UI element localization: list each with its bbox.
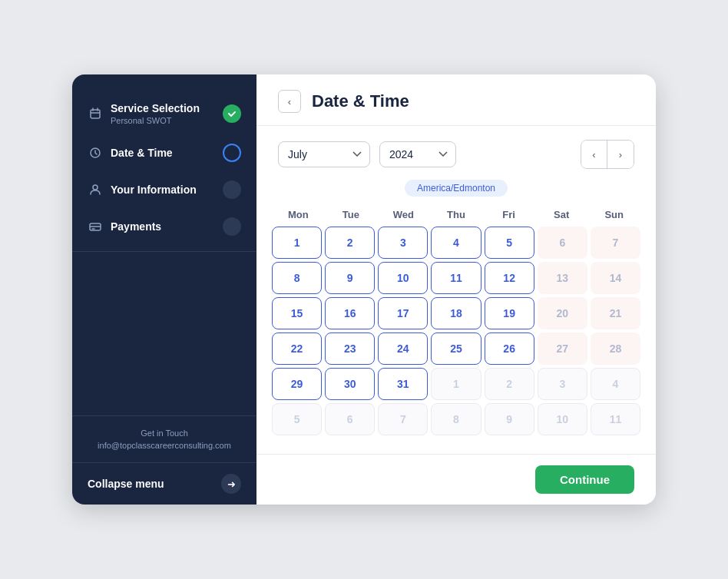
active-badge — [223, 144, 241, 162]
calendar-day: 27 — [538, 333, 587, 365]
person-icon — [88, 182, 103, 197]
calendar-day: 20 — [538, 297, 587, 329]
calendar-controls: JanuaryFebruaryMarch AprilMayJune JulyAu… — [256, 126, 656, 175]
calendar-day[interactable]: 8 — [272, 262, 322, 294]
calendar-day[interactable]: 31 — [378, 368, 428, 400]
calendar-day: 11 — [591, 403, 640, 435]
sidebar: Service Selection Personal SWOT Date & T… — [72, 74, 256, 505]
calendar-day[interactable]: 22 — [272, 333, 322, 365]
calendar-day[interactable]: 19 — [485, 297, 534, 329]
calendar-day: 1 — [431, 368, 481, 400]
year-select[interactable]: 202320242025 — [379, 141, 456, 167]
main-header: ‹ Date & Time — [256, 74, 656, 126]
prev-month-button[interactable]: ‹ — [581, 141, 607, 168]
timezone-row: America/Edmonton — [256, 175, 656, 200]
calendar-day: 3 — [538, 368, 587, 400]
timezone-badge: America/Edmonton — [405, 180, 508, 197]
calendar-day[interactable]: 1 — [272, 227, 322, 259]
calendar-day[interactable]: 25 — [431, 333, 481, 365]
calendar-icon — [88, 106, 103, 121]
calendar-day: 21 — [591, 297, 640, 329]
next-month-button[interactable]: › — [607, 141, 634, 168]
calendar-day: 14 — [591, 262, 640, 294]
svg-rect-0 — [91, 110, 100, 118]
weekday-header: Sat — [535, 209, 588, 220]
calendar-day[interactable]: 3 — [378, 227, 428, 259]
app-container: Service Selection Personal SWOT Date & T… — [72, 74, 656, 505]
calendar-day: 2 — [485, 368, 534, 400]
sidebar-item-label: Service Selection — [111, 102, 223, 114]
calendar-day: 10 — [538, 403, 587, 435]
calendar-day[interactable]: 24 — [378, 333, 428, 365]
calendar-day[interactable]: 9 — [325, 262, 375, 294]
inactive-badge — [223, 217, 241, 236]
sidebar-item-label: Payments — [111, 220, 223, 233]
sidebar-item-your-information[interactable]: Your Information — [72, 171, 256, 208]
collapse-label: Collapse menu — [88, 478, 164, 490]
calendar-grid: 1234567891011121314151617181920212223242… — [272, 227, 640, 435]
weekday-header: Sun — [587, 209, 640, 220]
weekday-header: Wed — [377, 209, 430, 220]
contact-email: info@topclasscareerconsulting.com — [88, 441, 241, 450]
check-badge — [223, 104, 241, 123]
main-footer: Continue — [256, 454, 656, 505]
page-title: Date & Time — [312, 91, 409, 111]
calendar-day: 5 — [272, 403, 322, 435]
continue-button[interactable]: Continue — [535, 465, 634, 494]
card-icon — [88, 219, 103, 234]
calendar-day[interactable]: 11 — [431, 262, 481, 294]
calendar-day[interactable]: 10 — [378, 262, 428, 294]
sidebar-item-label: Your Information — [111, 184, 223, 196]
inactive-badge — [223, 180, 241, 199]
calendar-day: 6 — [325, 403, 375, 435]
calendar-day: 6 — [538, 227, 587, 259]
weekday-header: Mon — [272, 209, 325, 220]
sidebar-item-sub: Personal SWOT — [111, 116, 223, 125]
month-select[interactable]: JanuaryFebruaryMarch AprilMayJune JulyAu… — [278, 141, 370, 167]
weekday-header: Fri — [482, 209, 535, 220]
calendar-day[interactable]: 16 — [325, 297, 375, 329]
calendar-day[interactable]: 4 — [431, 227, 481, 259]
svg-point-2 — [93, 185, 98, 190]
clock-icon — [88, 145, 103, 160]
calendar-day[interactable]: 17 — [378, 297, 428, 329]
calendar-day[interactable]: 15 — [272, 297, 322, 329]
main-panel: ‹ Date & Time JanuaryFebruaryMarch April… — [256, 74, 656, 505]
calendar-day[interactable]: 2 — [325, 227, 375, 259]
sidebar-item-date-time[interactable]: Date & Time — [72, 134, 256, 171]
back-button[interactable]: ‹ — [278, 90, 301, 113]
calendar-day: 7 — [591, 227, 640, 259]
calendar-day: 4 — [591, 368, 640, 400]
sidebar-item-service-selection[interactable]: Service Selection Personal SWOT — [72, 93, 256, 134]
calendar-day[interactable]: 5 — [485, 227, 534, 259]
weekday-header: Tue — [325, 209, 378, 220]
calendar-day: 9 — [485, 403, 534, 435]
calendar-day: 28 — [591, 333, 640, 365]
calendar-header: MonTueWedThuFriSatSun — [272, 203, 640, 227]
calendar-day[interactable]: 29 — [272, 368, 322, 400]
calendar-day[interactable]: 23 — [325, 333, 375, 365]
get-in-touch-label: Get in Touch — [88, 428, 241, 438]
sidebar-divider — [72, 251, 256, 252]
collapse-menu-button[interactable]: Collapse menu ➜ — [72, 462, 256, 505]
calendar: MonTueWedThuFriSatSun 123456789101112131… — [256, 200, 656, 454]
calendar-day: 8 — [431, 403, 481, 435]
collapse-icon: ➜ — [221, 474, 241, 494]
calendar-day[interactable]: 12 — [485, 262, 534, 294]
weekday-header: Thu — [430, 209, 483, 220]
nav-buttons: ‹ › — [581, 140, 634, 169]
calendar-day[interactable]: 26 — [485, 333, 534, 365]
sidebar-item-label: Date & Time — [111, 147, 223, 159]
sidebar-item-payments[interactable]: Payments — [72, 208, 256, 245]
sidebar-footer: Get in Touch info@topclasscareerconsulti… — [72, 415, 256, 462]
calendar-day[interactable]: 18 — [431, 297, 481, 329]
calendar-day[interactable]: 30 — [325, 368, 375, 400]
calendar-day: 13 — [538, 262, 587, 294]
calendar-day: 7 — [378, 403, 428, 435]
